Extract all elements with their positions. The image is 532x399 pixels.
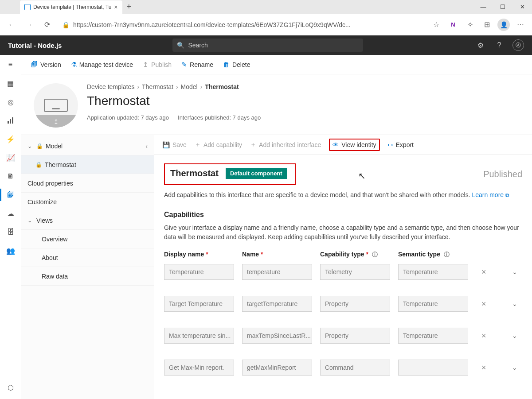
help-icon[interactable]: ? (494, 40, 505, 50)
info-icon[interactable]: ⓘ (372, 251, 378, 258)
device-box-icon (44, 99, 68, 112)
rail-dashboard-icon[interactable]: ▦ (5, 78, 16, 89)
tree-item-views[interactable]: ⌄ Views (21, 211, 154, 230)
publish-button[interactable]: ↥ Publish (143, 61, 172, 69)
view-identity-button[interactable]: 👁 View identity (332, 141, 376, 148)
component-title: Thermostat (170, 168, 219, 178)
rail-analytics-icon[interactable] (5, 115, 16, 126)
chevron-right-icon: › (176, 83, 178, 90)
manage-test-device-button[interactable]: ⚗ Manage test device (71, 61, 133, 69)
tree-item-thermostat[interactable]: 🔒 Thermostat (21, 155, 154, 174)
breadcrumb: Device templates › Thermostat › Model › … (87, 83, 261, 90)
upload-icon: ↥ (143, 61, 149, 69)
semantic-type-select[interactable]: Temperature (398, 328, 468, 344)
tab-close-icon[interactable]: × (114, 4, 117, 11)
search-input[interactable]: 🔍 Search (172, 39, 363, 52)
url-field[interactable]: 🔒 https://custom-7rn3ymv9nm.azureiotcent… (58, 21, 426, 28)
info-icon[interactable]: ⓘ (444, 251, 450, 258)
back-button[interactable]: ← (4, 18, 19, 32)
settings-icon[interactable]: ⚙ (475, 40, 486, 50)
capability-type-select[interactable]: Command (320, 360, 390, 376)
display-name-input[interactable]: Temperature (164, 264, 234, 280)
rename-button[interactable]: ✎ Rename (181, 61, 213, 69)
rail-data-icon[interactable]: 🗎 (5, 171, 16, 182)
search-icon: 🔍 (177, 42, 184, 49)
remove-row-icon[interactable]: × (481, 267, 486, 277)
name-input[interactable]: temperature (242, 264, 312, 280)
account-badge-icon[interactable]: Ⓐ (512, 39, 524, 51)
reload-button[interactable]: ⟳ (40, 18, 54, 32)
add-capability-button[interactable]: ＋ Add capability (195, 141, 242, 149)
window-maximize-icon[interactable]: ☐ (493, 0, 512, 14)
tree-item-customize[interactable]: Customize (21, 193, 154, 211)
rail-templates-icon[interactable]: 🗐 (5, 190, 16, 200)
capability-type-select[interactable]: Property (320, 328, 390, 344)
tree-item-overview[interactable]: Overview (21, 230, 154, 248)
breadcrumb-link[interactable]: Thermostat (142, 83, 173, 90)
content-panel: 💾 Save ＋ Add capability ＋ Add inherited … (154, 135, 532, 399)
save-button[interactable]: 💾 Save (162, 141, 187, 148)
name-input[interactable]: targetTemperature (242, 296, 312, 312)
chevron-down-icon[interactable]: ⌄ (512, 332, 517, 339)
profile-avatar[interactable]: 👤 (497, 18, 511, 32)
rail-admin-icon[interactable]: 🗄 (5, 227, 16, 237)
name-input[interactable]: getMaxMinReport (242, 360, 312, 376)
model-tree: ⌄ 🔒 Model ‹ 🔒 Thermostat Cloud propertie… (21, 135, 154, 399)
window-minimize-icon[interactable]: — (473, 0, 493, 14)
name-input[interactable]: maxTempSinceLastR... (242, 328, 312, 344)
svg-rect-1 (10, 119, 11, 124)
remove-row-icon[interactable]: × (481, 331, 486, 341)
collections-icon[interactable]: ✧ (463, 18, 477, 32)
capabilities-heading: Capabilities (164, 211, 522, 219)
semantic-type-select[interactable] (398, 360, 468, 376)
chevron-down-icon[interactable]: ⌄ (512, 268, 517, 275)
eye-icon: 👁 (332, 141, 339, 148)
chevron-right-icon: › (200, 83, 203, 90)
capability-type-select[interactable]: Property (320, 296, 390, 312)
rail-devices-icon[interactable]: ◎ (5, 97, 16, 107)
remove-row-icon[interactable]: × (481, 299, 486, 309)
tree-item-cloud-properties[interactable]: Cloud properties (21, 174, 154, 193)
upload-overlay-icon[interactable]: ↥ (34, 115, 78, 128)
content-toolbar: 💾 Save ＋ Add capability ＋ Add inherited … (154, 135, 532, 155)
onenote-icon[interactable]: N (446, 18, 460, 32)
display-name-input[interactable]: Max temperature sin... (164, 328, 234, 344)
display-name-input[interactable]: Get Max-Min report. (164, 360, 234, 376)
learn-more-link[interactable]: Learn more ⧉ (472, 191, 509, 198)
display-name-input[interactable]: Target Temperature (164, 296, 234, 312)
extensions-icon[interactable]: ⊞ (480, 18, 494, 32)
rail-jobs-icon[interactable]: ⚡ (5, 134, 16, 144)
breadcrumb-link[interactable]: Model (181, 83, 198, 90)
breadcrumb-link[interactable]: Device templates (87, 83, 134, 90)
forward-button[interactable]: → (22, 18, 36, 32)
tree-item-about[interactable]: About (21, 248, 154, 267)
window-close-icon[interactable]: ✕ (512, 0, 532, 14)
chevron-down-icon: ⌄ (27, 217, 34, 224)
capability-type-select[interactable]: Telemetry (320, 264, 390, 280)
rail-users-icon[interactable]: 👥 (5, 245, 16, 256)
flask-icon: ⚗ (71, 61, 77, 69)
favorite-icon[interactable]: ☆ (429, 18, 443, 32)
more-icon[interactable]: ⋯ (513, 18, 528, 32)
delete-button[interactable]: 🗑 Delete (223, 61, 250, 68)
semantic-type-select[interactable]: Temperature (398, 296, 468, 312)
lock-icon: 🔒 (35, 162, 42, 168)
tree-item-model[interactable]: ⌄ 🔒 Model ‹ (21, 137, 154, 155)
rail-export-icon[interactable]: ☁ (5, 208, 16, 219)
browser-tab[interactable]: Device template | Thermostat, Tu × (20, 0, 122, 14)
semantic-type-select[interactable]: Temperature (398, 264, 468, 280)
chevron-down-icon[interactable]: ⌄ (512, 364, 517, 371)
remove-row-icon[interactable]: × (481, 363, 486, 372)
export-button[interactable]: ↦ Export (388, 141, 414, 148)
rail-app-icon[interactable]: ⬡ (5, 382, 16, 393)
collapse-panel-icon[interactable]: ‹ (145, 143, 148, 150)
new-tab-button[interactable]: + (122, 2, 136, 12)
version-button[interactable]: 🗐 Version (31, 61, 61, 68)
add-inherited-button[interactable]: ＋ Add inherited interface (250, 141, 321, 149)
rail-menu-icon[interactable]: ≡ (5, 59, 16, 70)
rail-rules-icon[interactable]: 📈 (5, 152, 16, 163)
app-title: Tutorial - Node.js (8, 42, 62, 49)
tree-item-rawdata[interactable]: Raw data (21, 267, 154, 286)
highlight-annotation: 👁 View identity (329, 139, 379, 151)
chevron-down-icon[interactable]: ⌄ (512, 300, 517, 307)
